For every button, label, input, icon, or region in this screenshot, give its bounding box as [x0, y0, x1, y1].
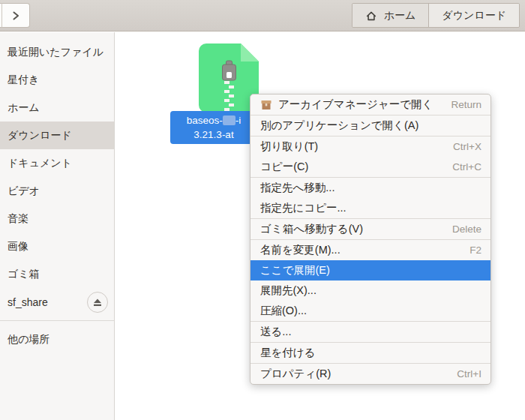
sidebar-item-label: ホーム [8, 101, 40, 115]
menu-item-properties[interactable]: プロパティ(R) Ctrl+I [250, 364, 490, 384]
sidebar: 最近開いたファイル 星付き ホーム ダウンロード ドキュメント ビデオ 音楽 画… [0, 32, 115, 420]
sidebar-item-documents[interactable]: ドキュメント [0, 149, 114, 177]
sidebar-item-recent[interactable]: 最近開いたファイル [0, 38, 114, 66]
path-downloads-label: ダウンロード [442, 9, 506, 22]
sidebar-item-label: ダウンロード [8, 129, 72, 142]
menu-item-label: 送る... [260, 325, 291, 339]
menu-item-label: 切り取り(T) [260, 140, 318, 154]
menu-item-label: アーカイブマネージャーで開く [278, 98, 433, 112]
menu-item-label: 名前を変更(M)... [260, 243, 340, 257]
menu-item-label: ゴミ箱へ移動する(V) [260, 222, 363, 236]
home-icon [365, 10, 377, 22]
context-menu: アーカイブマネージャーで開く Return 別のアプリケーションで開く(A) 切… [250, 94, 491, 385]
sidebar-item-downloads[interactable]: ダウンロード [0, 122, 114, 149]
menu-item-star[interactable]: 星を付ける [250, 343, 490, 363]
sidebar-item-label: sf_share [8, 296, 48, 308]
path-button-home[interactable]: ホーム [352, 4, 430, 27]
menu-item-shortcut: Ctrl+C [452, 161, 482, 172]
archive-manager-icon [260, 99, 272, 111]
sidebar-item-label: 音楽 [8, 212, 28, 226]
file-name-label[interactable]: baseos--i 3.21.3-at [170, 111, 257, 144]
path-home-label: ホーム [384, 9, 416, 22]
sidebar-item-label: ビデオ [8, 184, 40, 198]
eject-icon [92, 297, 103, 308]
menu-item-shortcut: Ctrl+X [453, 141, 482, 152]
menu-item-label: 展開先(X)... [260, 284, 316, 298]
menu-item-label: 指定先にコピー... [260, 201, 346, 215]
sidebar-item-trash[interactable]: ゴミ箱 [0, 260, 114, 288]
menu-item-label: 指定先へ移動... [260, 181, 334, 195]
menu-item-copy-to[interactable]: 指定先にコピー... [250, 198, 490, 218]
forward-button[interactable] [2, 3, 30, 28]
chevron-right-icon [10, 10, 22, 22]
menu-item-shortcut: Return [451, 99, 482, 110]
menu-item-label: コピー(C) [260, 160, 308, 174]
menu-item-shortcut: F2 [470, 244, 482, 256]
sidebar-item-label: ゴミ箱 [8, 268, 40, 281]
sidebar-separator [0, 320, 114, 321]
menu-item-compress[interactable]: 圧縮(O)... [250, 301, 490, 321]
path-bar: ホーム ダウンロード [352, 3, 520, 28]
sidebar-item-other-locations[interactable]: 他の場所 [0, 326, 114, 353]
redacted-box [223, 116, 236, 125]
file-manager-window: { "header": { "forward_button": "forward… [0, 0, 525, 420]
menu-item-open-with-other-application[interactable]: 別のアプリケーションで開く(A) [250, 116, 490, 136]
sidebar-item-music[interactable]: 音楽 [0, 205, 114, 232]
menu-item-extract-to[interactable]: 展開先(X)... [250, 280, 490, 301]
sidebar-item-label: ドキュメント [8, 157, 72, 170]
sidebar-item-label: 星付き [8, 74, 39, 87]
sidebar-item-videos[interactable]: ビデオ [0, 177, 114, 205]
file-name-line1: baseos--i [174, 113, 254, 128]
path-button-downloads[interactable]: ダウンロード [429, 4, 519, 27]
sidebar-item-sf-share[interactable]: sf_share [0, 288, 114, 316]
menu-item-cut[interactable]: 切り取り(T) Ctrl+X [250, 136, 490, 157]
menu-item-send-to[interactable]: 送る... [250, 322, 490, 342]
sidebar-item-pictures[interactable]: 画像 [0, 232, 114, 260]
menu-item-label: プロパティ(R) [260, 367, 331, 381]
menu-item-extract-here[interactable]: ここで展開(E) [250, 260, 490, 280]
sidebar-item-label: 最近開いたファイル [8, 46, 104, 59]
file-name-line2: 3.21.3-at [174, 128, 254, 142]
menu-item-label: 圧縮(O)... [260, 304, 307, 318]
menu-item-shortcut: Delete [452, 224, 482, 235]
menu-item-move-to[interactable]: 指定先へ移動... [250, 178, 490, 198]
menu-item-copy[interactable]: コピー(C) Ctrl+C [250, 157, 490, 177]
sidebar-item-starred[interactable]: 星付き [0, 66, 114, 94]
eject-button[interactable] [87, 292, 108, 313]
menu-item-label: ここで展開(E) [260, 263, 330, 278]
sidebar-item-label: 他の場所 [8, 333, 50, 346]
sidebar-item-label: 画像 [8, 240, 28, 254]
sidebar-item-home[interactable]: ホーム [0, 94, 114, 122]
menu-item-label: 別のアプリケーションで開く(A) [260, 118, 418, 133]
menu-item-shortcut: Ctrl+I [457, 368, 482, 380]
menu-item-rename[interactable]: 名前を変更(M)... F2 [250, 240, 490, 260]
menu-item-move-to-trash[interactable]: ゴミ箱へ移動する(V) Delete [250, 219, 490, 239]
menu-item-open-with-archive-manager[interactable]: アーカイブマネージャーで開く Return [250, 94, 490, 115]
headerbar: ホーム ダウンロード [0, 0, 525, 32]
menu-item-label: 星を付ける [260, 346, 316, 360]
